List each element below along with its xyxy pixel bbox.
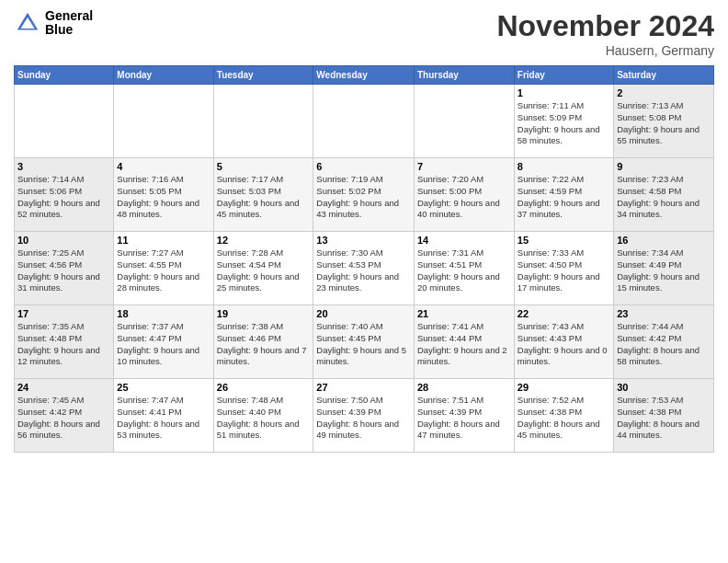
calendar-day: 12Sunrise: 7:28 AMSunset: 4:54 PMDayligh… (213, 232, 313, 305)
day-number: 6 (316, 161, 411, 172)
calendar-day (414, 85, 514, 158)
day-number: 9 (617, 161, 711, 172)
day-number: 28 (417, 382, 511, 393)
day-number: 25 (117, 382, 210, 393)
day-number: 16 (617, 235, 711, 246)
day-info: Sunrise: 7:23 AMSunset: 4:58 PMDaylight:… (617, 174, 711, 221)
calendar-day (213, 85, 313, 158)
logo-icon (14, 9, 41, 37)
day-info: Sunrise: 7:41 AMSunset: 4:44 PMDaylight:… (417, 321, 511, 368)
day-number: 3 (17, 161, 110, 172)
day-info: Sunrise: 7:11 AMSunset: 5:09 PMDaylight:… (518, 100, 610, 147)
day-number: 13 (316, 235, 411, 246)
day-number: 23 (617, 308, 711, 319)
calendar-day: 24Sunrise: 7:45 AMSunset: 4:42 PMDayligh… (15, 379, 114, 453)
calendar-day: 29Sunrise: 7:52 AMSunset: 4:38 PMDayligh… (514, 379, 613, 453)
day-info: Sunrise: 7:44 AMSunset: 4:42 PMDaylight:… (617, 321, 711, 368)
day-info: Sunrise: 7:43 AMSunset: 4:43 PMDaylight:… (518, 321, 610, 368)
calendar-day: 2Sunrise: 7:13 AMSunset: 5:08 PMDaylight… (614, 85, 714, 158)
day-info: Sunrise: 7:14 AMSunset: 5:06 PMDaylight:… (17, 174, 110, 221)
day-number: 12 (217, 235, 311, 246)
day-info: Sunrise: 7:31 AMSunset: 4:51 PMDaylight:… (417, 247, 511, 294)
day-number: 1 (518, 87, 610, 98)
col-header-tuesday: Tuesday (213, 66, 313, 85)
logo: General Blue (14, 9, 93, 38)
day-number: 17 (17, 308, 110, 319)
day-number: 11 (117, 235, 210, 246)
location: Hausern, Germany (496, 43, 714, 58)
main-container: General Blue November 2024 Hausern, Germ… (0, 0, 728, 462)
calendar-day: 26Sunrise: 7:48 AMSunset: 4:40 PMDayligh… (213, 379, 313, 453)
day-info: Sunrise: 7:40 AMSunset: 4:45 PMDaylight:… (316, 321, 411, 368)
day-number: 21 (417, 308, 511, 319)
header: General Blue November 2024 Hausern, Germ… (14, 9, 714, 58)
day-info: Sunrise: 7:48 AMSunset: 4:40 PMDaylight:… (217, 395, 311, 442)
month-title: November 2024 (496, 9, 714, 43)
day-number: 19 (217, 308, 311, 319)
day-number: 15 (518, 235, 610, 246)
day-info: Sunrise: 7:35 AMSunset: 4:48 PMDaylight:… (17, 321, 110, 368)
day-number: 5 (217, 161, 311, 172)
calendar-day: 28Sunrise: 7:51 AMSunset: 4:39 PMDayligh… (414, 379, 514, 453)
day-info: Sunrise: 7:47 AMSunset: 4:41 PMDaylight:… (117, 395, 210, 442)
calendar-day: 25Sunrise: 7:47 AMSunset: 4:41 PMDayligh… (114, 379, 213, 453)
calendar-day: 7Sunrise: 7:20 AMSunset: 5:00 PMDaylight… (414, 158, 514, 232)
col-header-thursday: Thursday (414, 66, 514, 85)
calendar-day: 10Sunrise: 7:25 AMSunset: 4:56 PMDayligh… (15, 232, 114, 305)
logo-blue: Blue (45, 23, 93, 37)
calendar-day: 27Sunrise: 7:50 AMSunset: 4:39 PMDayligh… (313, 379, 415, 453)
day-info: Sunrise: 7:28 AMSunset: 4:54 PMDaylight:… (217, 247, 311, 294)
day-number: 14 (417, 235, 511, 246)
calendar-header-row: SundayMondayTuesdayWednesdayThursdayFrid… (15, 66, 714, 85)
calendar-day: 15Sunrise: 7:33 AMSunset: 4:50 PMDayligh… (514, 232, 613, 305)
calendar-week-4: 17Sunrise: 7:35 AMSunset: 4:48 PMDayligh… (15, 305, 714, 379)
day-number: 27 (316, 382, 411, 393)
day-info: Sunrise: 7:33 AMSunset: 4:50 PMDaylight:… (518, 247, 610, 294)
logo-general: General (45, 9, 93, 23)
calendar-day: 8Sunrise: 7:22 AMSunset: 4:59 PMDaylight… (514, 158, 613, 232)
day-number: 8 (518, 161, 610, 172)
day-info: Sunrise: 7:37 AMSunset: 4:47 PMDaylight:… (117, 321, 210, 368)
day-info: Sunrise: 7:19 AMSunset: 5:02 PMDaylight:… (316, 174, 411, 221)
calendar-day: 30Sunrise: 7:53 AMSunset: 4:38 PMDayligh… (614, 379, 714, 453)
day-info: Sunrise: 7:16 AMSunset: 5:05 PMDaylight:… (117, 174, 210, 221)
day-number: 24 (17, 382, 110, 393)
day-number: 4 (117, 161, 210, 172)
calendar-table: SundayMondayTuesdayWednesdayThursdayFrid… (14, 65, 714, 453)
day-info: Sunrise: 7:25 AMSunset: 4:56 PMDaylight:… (17, 247, 110, 294)
calendar-day: 4Sunrise: 7:16 AMSunset: 5:05 PMDaylight… (114, 158, 213, 232)
day-number: 7 (417, 161, 511, 172)
day-info: Sunrise: 7:34 AMSunset: 4:49 PMDaylight:… (617, 247, 711, 294)
calendar-week-5: 24Sunrise: 7:45 AMSunset: 4:42 PMDayligh… (15, 379, 714, 453)
calendar-day: 9Sunrise: 7:23 AMSunset: 4:58 PMDaylight… (614, 158, 714, 232)
calendar-day: 20Sunrise: 7:40 AMSunset: 4:45 PMDayligh… (313, 305, 415, 379)
col-header-wednesday: Wednesday (313, 66, 415, 85)
calendar-day: 23Sunrise: 7:44 AMSunset: 4:42 PMDayligh… (614, 305, 714, 379)
day-number: 29 (518, 382, 610, 393)
calendar-day: 19Sunrise: 7:38 AMSunset: 4:46 PMDayligh… (213, 305, 313, 379)
calendar-day: 3Sunrise: 7:14 AMSunset: 5:06 PMDaylight… (15, 158, 114, 232)
calendar-week-1: 1Sunrise: 7:11 AMSunset: 5:09 PMDaylight… (15, 85, 714, 158)
day-number: 2 (617, 87, 711, 98)
calendar-day: 5Sunrise: 7:17 AMSunset: 5:03 PMDaylight… (213, 158, 313, 232)
day-info: Sunrise: 7:13 AMSunset: 5:08 PMDaylight:… (617, 100, 711, 147)
calendar-day: 6Sunrise: 7:19 AMSunset: 5:02 PMDaylight… (313, 158, 415, 232)
day-number: 30 (617, 382, 711, 393)
calendar-day: 21Sunrise: 7:41 AMSunset: 4:44 PMDayligh… (414, 305, 514, 379)
calendar-day: 18Sunrise: 7:37 AMSunset: 4:47 PMDayligh… (114, 305, 213, 379)
day-info: Sunrise: 7:27 AMSunset: 4:55 PMDaylight:… (117, 247, 210, 294)
day-info: Sunrise: 7:53 AMSunset: 4:38 PMDaylight:… (617, 395, 711, 442)
calendar-week-2: 3Sunrise: 7:14 AMSunset: 5:06 PMDaylight… (15, 158, 714, 232)
calendar-day (114, 85, 213, 158)
day-number: 22 (518, 308, 610, 319)
calendar-day: 17Sunrise: 7:35 AMSunset: 4:48 PMDayligh… (15, 305, 114, 379)
day-info: Sunrise: 7:22 AMSunset: 4:59 PMDaylight:… (518, 174, 610, 221)
col-header-monday: Monday (114, 66, 213, 85)
day-info: Sunrise: 7:45 AMSunset: 4:42 PMDaylight:… (17, 395, 110, 442)
calendar-day: 1Sunrise: 7:11 AMSunset: 5:09 PMDaylight… (514, 85, 613, 158)
col-header-friday: Friday (514, 66, 613, 85)
day-info: Sunrise: 7:30 AMSunset: 4:53 PMDaylight:… (316, 247, 411, 294)
day-info: Sunrise: 7:51 AMSunset: 4:39 PMDaylight:… (417, 395, 511, 442)
day-number: 26 (217, 382, 311, 393)
day-number: 20 (316, 308, 411, 319)
